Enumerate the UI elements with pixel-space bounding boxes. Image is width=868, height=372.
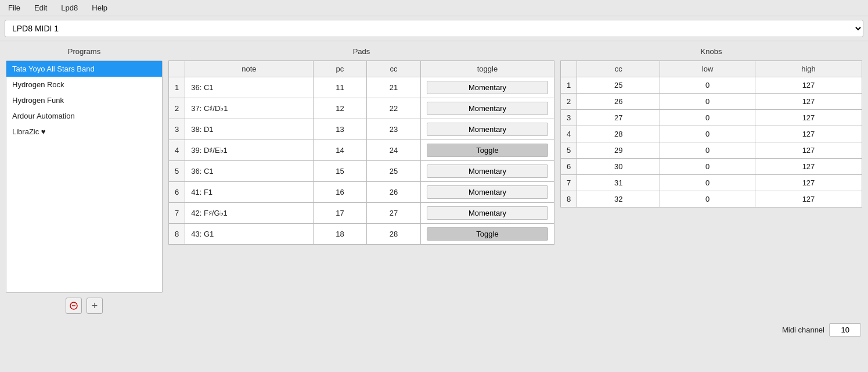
- program-item-1[interactable]: Hydrogen Rock: [6, 77, 162, 92]
- programs-panel: Programs Tata Yoyo All Stars Band Hydrog…: [6, 47, 163, 314]
- knobs-row-cc-7: 32: [577, 191, 660, 208]
- knobs-title: Knobs: [560, 47, 862, 56]
- toggle-button-4[interactable]: Momentary: [427, 164, 548, 178]
- pads-row-toggle-6[interactable]: Momentary: [420, 203, 554, 224]
- add-program-button[interactable]: +: [87, 298, 103, 314]
- pads-row-note-3: 39: D♯/E♭1: [185, 140, 313, 161]
- knobs-row-cc-6: 31: [577, 175, 660, 191]
- program-item-2[interactable]: Hydrogen Funk: [6, 92, 162, 108]
- pads-row-num-7: 8: [169, 224, 185, 245]
- knobs-row-4: 5 29 0 127: [561, 142, 862, 159]
- knobs-row-low-2: 0: [660, 110, 755, 126]
- pads-row-num-3: 4: [169, 140, 185, 161]
- pads-row-5: 6 41: F1 16 26 Momentary: [169, 182, 554, 203]
- pads-row-toggle-0[interactable]: Momentary: [420, 77, 554, 98]
- programs-list: Tata Yoyo All Stars Band Hydrogen Rock H…: [6, 60, 163, 293]
- pads-row-note-4: 36: C1: [185, 161, 313, 182]
- pads-row-cc-2: 23: [367, 119, 421, 140]
- knobs-panel: Knobs cc low high 1 25 0 127 2 26 0 127 …: [560, 47, 862, 314]
- knobs-row-high-6: 127: [755, 175, 862, 191]
- pads-row-note-6: 42: F♯/G♭1: [185, 203, 313, 224]
- pads-row-6: 7 42: F♯/G♭1 17 27 Momentary: [169, 203, 554, 224]
- knobs-row-num-2: 3: [561, 110, 577, 126]
- knobs-row-cc-0: 25: [577, 77, 660, 94]
- pads-row-num-2: 3: [169, 119, 185, 140]
- pads-row-2: 3 38: D1 13 23 Momentary: [169, 119, 554, 140]
- knobs-row-cc-1: 26: [577, 94, 660, 110]
- knobs-row-cc-3: 28: [577, 126, 660, 142]
- knobs-row-7: 8 32 0 127: [561, 191, 862, 208]
- pads-row-pc-0: 11: [313, 77, 367, 98]
- pads-panel: Pads note pc cc toggle 1 36: C1 11 21 Mo…: [168, 47, 554, 314]
- main-layout: Programs Tata Yoyo All Stars Band Hydrog…: [0, 41, 868, 320]
- toggle-button-1[interactable]: Momentary: [427, 102, 548, 115]
- pads-row-pc-1: 12: [313, 98, 367, 119]
- knobs-row-num-6: 7: [561, 175, 577, 191]
- pads-table: note pc cc toggle 1 36: C1 11 21 Momenta…: [168, 60, 554, 245]
- pads-row-num-5: 6: [169, 182, 185, 203]
- pads-row-cc-5: 26: [367, 182, 421, 203]
- pads-row-cc-6: 27: [367, 203, 421, 224]
- knobs-row-high-4: 127: [755, 142, 862, 159]
- menu-lpd8[interactable]: Lpd8: [59, 2, 80, 13]
- knobs-row-5: 6 30 0 127: [561, 159, 862, 175]
- program-item-3[interactable]: Ardour Automation: [6, 108, 162, 124]
- pads-row-pc-2: 13: [313, 119, 367, 140]
- pads-row-note-1: 37: C♯/D♭1: [185, 98, 313, 119]
- toggle-button-2[interactable]: Momentary: [427, 123, 548, 136]
- toggle-button-3[interactable]: Toggle: [427, 144, 548, 157]
- pads-row-pc-6: 17: [313, 203, 367, 224]
- plus-icon: +: [92, 301, 98, 311]
- knobs-row-high-2: 127: [755, 110, 862, 126]
- pads-row-pc-5: 16: [313, 182, 367, 203]
- pads-row-toggle-3[interactable]: Toggle: [420, 140, 554, 161]
- knobs-row-high-1: 127: [755, 94, 862, 110]
- pads-row-cc-3: 24: [367, 140, 421, 161]
- toggle-button-6[interactable]: Momentary: [427, 206, 548, 220]
- pads-row-cc-0: 21: [367, 77, 421, 98]
- device-select[interactable]: LPD8 MIDI 1: [5, 20, 863, 37]
- pads-row-note-5: 41: F1: [185, 182, 313, 203]
- knobs-row-num-7: 8: [561, 191, 577, 208]
- program-actions: +: [6, 298, 163, 314]
- pads-row-note-0: 36: C1: [185, 77, 313, 98]
- pads-row-toggle-4[interactable]: Momentary: [420, 161, 554, 182]
- knobs-row-num-5: 6: [561, 159, 577, 175]
- pads-row-toggle-2[interactable]: Momentary: [420, 119, 554, 140]
- pads-row-toggle-5[interactable]: Momentary: [420, 182, 554, 203]
- toggle-button-7[interactable]: Toggle: [427, 227, 548, 241]
- menu-help[interactable]: Help: [89, 2, 110, 13]
- menu-edit[interactable]: Edit: [32, 2, 49, 13]
- pads-row-num-6: 7: [169, 203, 185, 224]
- knobs-row-2: 3 27 0 127: [561, 110, 862, 126]
- menu-file[interactable]: File: [6, 2, 23, 13]
- program-item-0[interactable]: Tata Yoyo All Stars Band: [6, 61, 162, 77]
- pads-row-toggle-7[interactable]: Toggle: [420, 224, 554, 245]
- knobs-row-low-7: 0: [660, 191, 755, 208]
- pads-row-1: 2 37: C♯/D♭1 12 22 Momentary: [169, 98, 554, 119]
- pads-row-cc-7: 28: [367, 224, 421, 245]
- knobs-table: cc low high 1 25 0 127 2 26 0 127 3 27 0…: [560, 60, 862, 208]
- remove-program-button[interactable]: [66, 298, 82, 314]
- knobs-col-high-header: high: [755, 61, 862, 77]
- knobs-row-num-1: 2: [561, 94, 577, 110]
- pads-row-num-1: 2: [169, 98, 185, 119]
- pads-row-num-4: 5: [169, 161, 185, 182]
- program-item-4[interactable]: LibraZic ♥: [6, 124, 162, 140]
- knobs-col-cc-header: cc: [577, 61, 660, 77]
- knobs-row-low-3: 0: [660, 126, 755, 142]
- pads-row-4: 5 36: C1 15 25 Momentary: [169, 161, 554, 182]
- toggle-button-5[interactable]: Momentary: [427, 185, 548, 199]
- footer: Midi channel: [0, 320, 868, 340]
- pads-row-toggle-1[interactable]: Momentary: [420, 98, 554, 119]
- remove-icon: [70, 302, 78, 310]
- toggle-button-0[interactable]: Momentary: [427, 81, 548, 94]
- pads-row-note-7: 43: G1: [185, 224, 313, 245]
- knobs-row-num-4: 5: [561, 142, 577, 159]
- midi-channel-input[interactable]: [829, 323, 861, 337]
- knobs-row-cc-2: 27: [577, 110, 660, 126]
- knobs-row-cc-4: 29: [577, 142, 660, 159]
- knobs-row-high-7: 127: [755, 191, 862, 208]
- midi-channel-label: Midi channel: [782, 326, 824, 334]
- knobs-row-1: 2 26 0 127: [561, 94, 862, 110]
